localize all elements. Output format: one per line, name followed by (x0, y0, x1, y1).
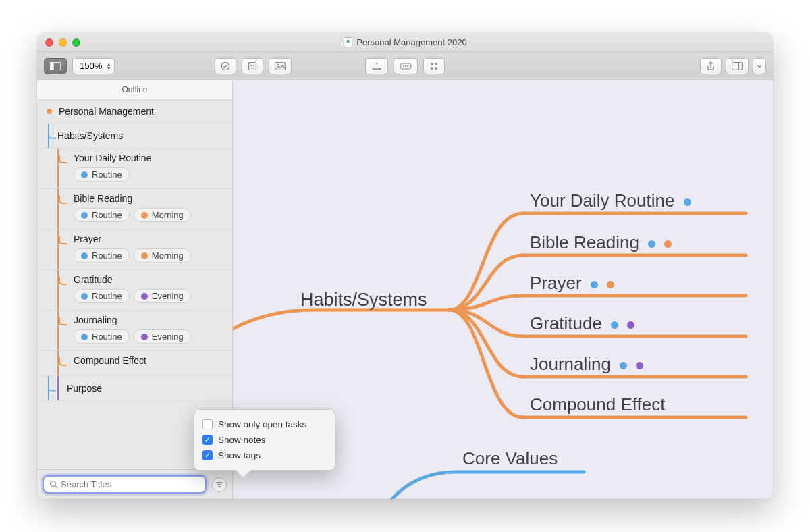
outline-item-purpose[interactable]: Purpose (37, 376, 232, 401)
tag-dot-icon (636, 362, 643, 369)
outline-item[interactable]: Compound Effect (37, 351, 232, 376)
filter-button[interactable] (212, 477, 227, 492)
node-dot-icon (47, 109, 52, 114)
filter-icon (215, 481, 223, 488)
search-icon (49, 480, 58, 489)
mindmap-node[interactable]: Your Daily Routine (530, 190, 691, 211)
tag-dot-icon (607, 281, 614, 288)
tag[interactable]: Morning (134, 248, 191, 263)
tag[interactable]: Routine (74, 289, 130, 303)
mindmap-node[interactable]: Journaling (530, 354, 643, 375)
mindmap-node-center[interactable]: Habits/Systems (300, 290, 427, 311)
tag[interactable]: Evening (134, 289, 191, 303)
checkbox[interactable] (202, 450, 213, 460)
checkbox[interactable] (202, 419, 213, 429)
svg-point-15 (403, 65, 404, 67)
inspector-menu-button[interactable] (753, 58, 766, 74)
tag-dot-icon (591, 281, 598, 288)
task-button[interactable] (215, 58, 236, 74)
tag-dot-icon (81, 334, 88, 340)
tag-dot-icon (81, 171, 88, 178)
zoom-value: 150% (80, 61, 102, 71)
share-button[interactable] (700, 58, 722, 74)
traffic-lights (37, 38, 80, 47)
document-icon (343, 38, 352, 47)
svg-point-6 (250, 65, 252, 66)
collapse-button[interactable] (423, 58, 445, 74)
svg-point-1 (346, 40, 349, 43)
mindmap-node[interactable]: Compound Effect (530, 394, 665, 415)
toolbar-group-right (700, 58, 766, 74)
search-input-wrapper[interactable] (43, 475, 207, 494)
toolbar-group-layout: + (365, 58, 445, 74)
image-button[interactable] (269, 58, 292, 74)
mindmap-node-core-values[interactable]: Core Values (462, 448, 558, 469)
toolbar-group-insert (215, 58, 292, 74)
svg-point-9 (277, 63, 279, 65)
titlebar: Personal Management 2020 (37, 33, 773, 52)
tag-dot-icon (81, 212, 88, 219)
tag-dot-icon (664, 240, 672, 248)
tag[interactable]: Routine (74, 248, 130, 263)
tag-dot-icon (141, 293, 148, 300)
svg-rect-5 (249, 62, 256, 70)
app-window: Personal Management 2020 150% ▴▾ + (37, 33, 773, 499)
tag-dot-icon (684, 198, 691, 206)
tag-dot-icon (620, 362, 627, 369)
add-node-button[interactable]: + (365, 58, 388, 74)
stepper-icon: ▴▾ (107, 63, 110, 70)
tag-dot-icon (141, 334, 148, 340)
outline-item[interactable]: Your Daily Routine Routine (37, 149, 232, 189)
fullscreen-window-button[interactable] (72, 38, 80, 47)
svg-point-20 (51, 481, 56, 487)
tag-dot-icon (81, 252, 88, 259)
outline-item[interactable]: Journaling Routine Evening (37, 311, 232, 351)
mindmap-node[interactable]: Prayer (530, 273, 614, 294)
checkbox[interactable] (202, 435, 213, 445)
popover-option-open-tasks[interactable]: Show only open tasks (202, 417, 327, 432)
outline-item[interactable]: Prayer Routine Morning (37, 230, 232, 270)
tag-dot-icon (611, 321, 618, 329)
tag[interactable]: Routine (74, 208, 130, 222)
svg-point-12 (379, 68, 381, 70)
sidebar-tab-outline[interactable]: Outline (37, 80, 232, 100)
sticker-button[interactable] (242, 58, 263, 74)
tag-dot-icon (627, 321, 634, 329)
tag[interactable]: Routine (74, 329, 130, 344)
svg-text:+: + (375, 61, 379, 67)
svg-line-21 (55, 486, 57, 488)
popover-option-show-tags[interactable]: Show tags (202, 448, 327, 463)
popover-option-show-notes[interactable]: Show notes (202, 432, 327, 448)
svg-point-7 (253, 65, 254, 66)
tag-dot-icon (648, 240, 655, 248)
svg-rect-3 (51, 62, 54, 70)
toolbar: 150% ▴▾ + (37, 52, 773, 80)
tag-dot-icon (81, 293, 88, 300)
search-input[interactable] (61, 479, 200, 489)
tag-dot-icon (141, 212, 148, 219)
svg-point-17 (407, 65, 408, 67)
outline-item[interactable]: Bible Reading Routine Morning (37, 189, 232, 230)
svg-rect-0 (344, 38, 352, 47)
inspector-toggle-button[interactable] (726, 58, 749, 74)
mindmap-node[interactable]: Bible Reading (530, 232, 672, 253)
app-body: Outline Personal Management Habits/Syste… (37, 80, 773, 499)
tag-dot-icon (141, 252, 148, 259)
minimize-window-button[interactable] (59, 38, 67, 47)
zoom-select[interactable]: 150% ▴▾ (72, 58, 115, 74)
svg-point-11 (372, 68, 374, 70)
mindmap-node[interactable]: Gratitude (530, 313, 634, 334)
tag[interactable]: Routine (74, 167, 130, 182)
sidebar-search-footer (37, 469, 232, 499)
tag[interactable]: Morning (134, 208, 191, 222)
outline-root[interactable]: Personal Management (37, 100, 232, 124)
more-button[interactable] (394, 58, 418, 74)
window-title: Personal Management 2020 (37, 37, 773, 47)
filter-popover: Show only open tasks Show notes Show tag… (194, 409, 335, 471)
outline-item[interactable]: Gratitude Routine Evening (37, 270, 232, 311)
sidebar-toggle-button[interactable] (44, 58, 67, 74)
svg-point-16 (405, 65, 406, 67)
tag[interactable]: Evening (134, 329, 191, 344)
outline-item-habits[interactable]: Habits/Systems (37, 124, 232, 149)
close-window-button[interactable] (45, 38, 53, 47)
